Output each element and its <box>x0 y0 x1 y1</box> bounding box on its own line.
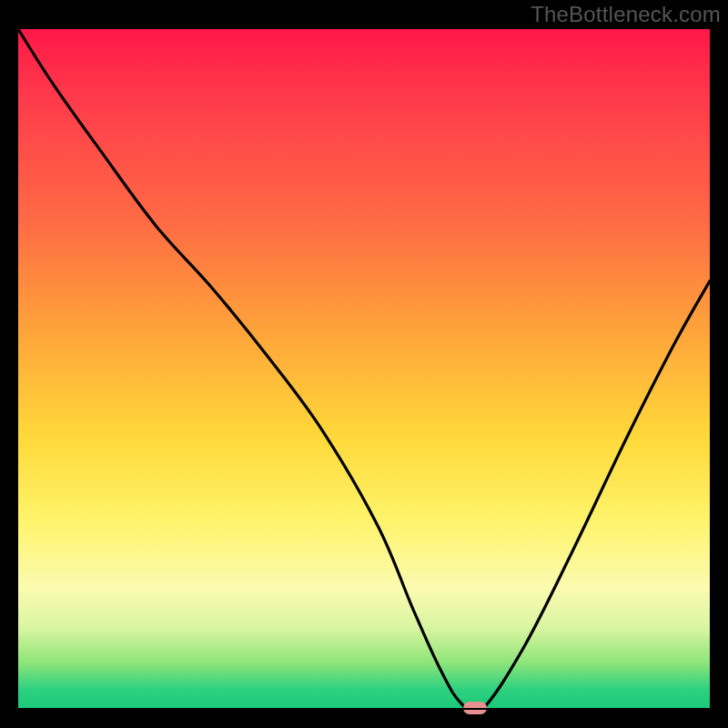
x-axis-baseline <box>18 708 710 710</box>
frame-border-bottom <box>0 710 728 728</box>
frame-border-right <box>710 29 728 710</box>
bottleneck-curve <box>18 29 710 710</box>
frame-border-left <box>0 29 18 710</box>
watermark-text: TheBottleneck.com <box>531 2 721 27</box>
chart-frame: TheBottleneck.com <box>0 0 728 728</box>
plot-area <box>18 29 710 710</box>
